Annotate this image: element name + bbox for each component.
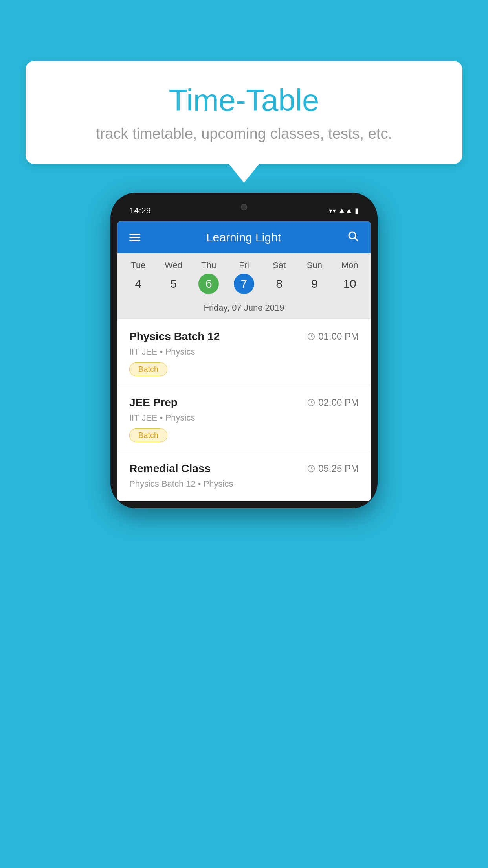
app-title: Learning Light: [140, 231, 347, 244]
status-icons: ▾▾ ▲▲ ▮: [329, 206, 359, 215]
bubble-title: Time-Table: [49, 83, 439, 118]
wifi-icon: ▾▾: [329, 206, 336, 215]
search-button[interactable]: [347, 230, 359, 245]
speech-bubble-section: Time-Table track timetable, upcoming cla…: [26, 61, 462, 164]
schedule-item[interactable]: Physics Batch 12 01:00 PMIIT JEE • Physi…: [117, 319, 371, 385]
day-col-4[interactable]: Tue4: [123, 260, 154, 294]
app-header: Learning Light: [117, 221, 371, 253]
calendar-strip: Tue4Wed5Thu6Fri7Sat8Sun9Mon10 Friday, 07…: [117, 253, 371, 319]
item-time: 05:25 PM: [307, 463, 359, 474]
item-subtitle: IIT JEE • Physics: [129, 347, 359, 357]
speech-bubble: Time-Table track timetable, upcoming cla…: [26, 61, 462, 164]
camera-dot: [241, 204, 247, 210]
day-name: Wed: [165, 260, 182, 270]
schedule-item[interactable]: JEE Prep 02:00 PMIIT JEE • PhysicsBatch: [117, 385, 371, 451]
clock-icon: [307, 333, 315, 340]
day-name: Fri: [239, 260, 249, 270]
day-col-10[interactable]: Mon10: [334, 260, 365, 294]
schedule-list: Physics Batch 12 01:00 PMIIT JEE • Physi…: [117, 319, 371, 501]
schedule-item[interactable]: Remedial Class 05:25 PMPhysics Batch 12 …: [117, 451, 371, 501]
batch-tag: Batch: [129, 428, 167, 442]
day-name: Sun: [307, 260, 322, 270]
day-col-7[interactable]: Fri7: [228, 260, 260, 294]
day-col-8[interactable]: Sat8: [264, 260, 295, 294]
status-time: 14:29: [129, 206, 151, 216]
day-number: 10: [339, 274, 360, 294]
day-number: 4: [128, 274, 149, 294]
bubble-subtitle: track timetable, upcoming classes, tests…: [49, 125, 439, 142]
day-number: 8: [269, 274, 290, 294]
day-col-6[interactable]: Thu6: [193, 260, 224, 294]
day-name: Tue: [131, 260, 145, 270]
item-subtitle: Physics Batch 12 • Physics: [129, 479, 359, 489]
day-name: Thu: [201, 260, 216, 270]
day-number: 9: [304, 274, 325, 294]
item-top-row: Physics Batch 12 01:00 PM: [129, 330, 359, 343]
item-top-row: Remedial Class 05:25 PM: [129, 462, 359, 475]
phone-mockup: 14:29 ▾▾ ▲▲ ▮ Learning Light: [110, 193, 378, 508]
clock-icon: [307, 465, 315, 473]
day-number: 6: [198, 274, 219, 294]
item-title: JEE Prep: [129, 396, 178, 409]
phone-screen: Learning Light Tue4Wed5Thu6Fri7Sat8Sun9M…: [117, 221, 371, 501]
days-row: Tue4Wed5Thu6Fri7Sat8Sun9Mon10: [117, 260, 371, 298]
item-subtitle: IIT JEE • Physics: [129, 413, 359, 423]
batch-tag: Batch: [129, 362, 167, 376]
battery-icon: ▮: [355, 206, 359, 215]
phone-top-bar: 14:29 ▾▾ ▲▲ ▮: [117, 200, 371, 221]
item-time: 02:00 PM: [307, 397, 359, 408]
svg-line-1: [355, 238, 358, 241]
item-title: Physics Batch 12: [129, 330, 220, 343]
day-number: 5: [163, 274, 184, 294]
signal-icon: ▲▲: [338, 206, 352, 215]
day-name: Mon: [341, 260, 358, 270]
item-title: Remedial Class: [129, 462, 211, 475]
day-name: Sat: [273, 260, 286, 270]
day-col-5[interactable]: Wed5: [158, 260, 189, 294]
selected-date-label: Friday, 07 June 2019: [117, 298, 371, 319]
phone-notch: [220, 200, 268, 215]
item-time: 01:00 PM: [307, 331, 359, 342]
hamburger-menu-button[interactable]: [129, 234, 140, 241]
phone-frame: 14:29 ▾▾ ▲▲ ▮ Learning Light: [110, 193, 378, 508]
day-number: 7: [234, 274, 254, 294]
clock-icon: [307, 399, 315, 406]
item-top-row: JEE Prep 02:00 PM: [129, 396, 359, 409]
day-col-9[interactable]: Sun9: [299, 260, 330, 294]
